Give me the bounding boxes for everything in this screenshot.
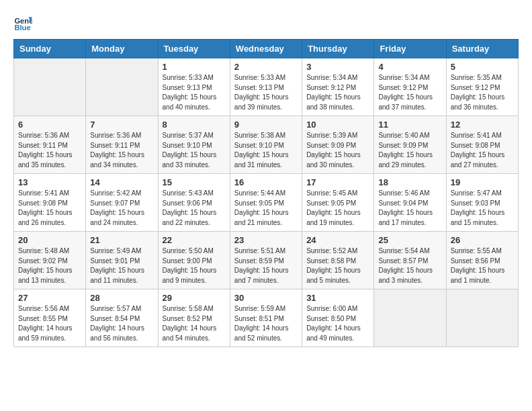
- day-number: 2: [234, 62, 298, 72]
- calendar-cell: 30Sunrise: 5:59 AM Sunset: 8:51 PM Dayli…: [230, 289, 302, 347]
- col-header-tuesday: Tuesday: [158, 40, 230, 58]
- day-info: Sunrise: 5:41 AM Sunset: 9:08 PM Dayligh…: [451, 131, 514, 170]
- col-header-wednesday: Wednesday: [230, 40, 302, 58]
- day-number: 30: [234, 293, 298, 303]
- day-number: 13: [18, 177, 81, 187]
- logo: General Blue: [13, 13, 35, 32]
- svg-text:Blue: Blue: [14, 24, 30, 32]
- day-number: 25: [378, 235, 441, 245]
- col-header-thursday: Thursday: [302, 40, 374, 58]
- calendar-cell: 11Sunrise: 5:40 AM Sunset: 9:09 PM Dayli…: [374, 116, 446, 174]
- calendar-cell: 9Sunrise: 5:38 AM Sunset: 9:10 PM Daylig…: [230, 116, 302, 174]
- day-number: 9: [234, 120, 298, 130]
- logo-icon: General Blue: [13, 13, 32, 32]
- page-header: General Blue: [13, 13, 519, 32]
- calendar-cell: 22Sunrise: 5:50 AM Sunset: 9:00 PM Dayli…: [158, 232, 230, 289]
- calendar-cell: [374, 289, 446, 347]
- day-info: Sunrise: 5:33 AM Sunset: 9:13 PM Dayligh…: [163, 73, 226, 112]
- day-number: 27: [18, 293, 81, 303]
- day-number: 4: [378, 62, 441, 72]
- day-number: 29: [163, 293, 226, 303]
- day-info: Sunrise: 5:35 AM Sunset: 9:12 PM Dayligh…: [451, 73, 514, 112]
- calendar-cell: 18Sunrise: 5:46 AM Sunset: 9:04 PM Dayli…: [374, 174, 446, 232]
- day-info: Sunrise: 5:36 AM Sunset: 9:11 PM Dayligh…: [90, 131, 153, 170]
- day-info: Sunrise: 5:51 AM Sunset: 8:59 PM Dayligh…: [234, 246, 298, 285]
- calendar-cell: 24Sunrise: 5:52 AM Sunset: 8:58 PM Dayli…: [302, 232, 374, 289]
- calendar-cell: 21Sunrise: 5:49 AM Sunset: 9:01 PM Dayli…: [86, 232, 158, 289]
- day-info: Sunrise: 5:49 AM Sunset: 9:01 PM Dayligh…: [90, 246, 153, 285]
- calendar-cell: 7Sunrise: 5:36 AM Sunset: 9:11 PM Daylig…: [86, 116, 158, 174]
- calendar-cell: 13Sunrise: 5:41 AM Sunset: 9:08 PM Dayli…: [14, 174, 86, 232]
- day-info: Sunrise: 5:47 AM Sunset: 9:03 PM Dayligh…: [451, 189, 514, 228]
- calendar-cell: [14, 58, 86, 116]
- day-number: 14: [90, 177, 153, 187]
- day-info: Sunrise: 5:37 AM Sunset: 9:10 PM Dayligh…: [163, 131, 226, 170]
- calendar-cell: 8Sunrise: 5:37 AM Sunset: 9:10 PM Daylig…: [158, 116, 230, 174]
- day-number: 7: [90, 120, 153, 130]
- day-number: 10: [306, 120, 369, 130]
- calendar-cell: 28Sunrise: 5:57 AM Sunset: 8:54 PM Dayli…: [86, 289, 158, 347]
- calendar-week-row: 20Sunrise: 5:48 AM Sunset: 9:02 PM Dayli…: [14, 232, 519, 289]
- day-number: 26: [451, 235, 514, 245]
- day-info: Sunrise: 5:41 AM Sunset: 9:08 PM Dayligh…: [18, 189, 81, 228]
- day-number: 11: [378, 120, 441, 130]
- calendar-cell: 14Sunrise: 5:42 AM Sunset: 9:07 PM Dayli…: [86, 174, 158, 232]
- calendar-cell: 23Sunrise: 5:51 AM Sunset: 8:59 PM Dayli…: [230, 232, 302, 289]
- col-header-friday: Friday: [374, 40, 446, 58]
- day-number: 8: [163, 120, 226, 130]
- col-header-monday: Monday: [86, 40, 158, 58]
- day-info: Sunrise: 5:52 AM Sunset: 8:58 PM Dayligh…: [306, 246, 369, 285]
- day-info: Sunrise: 5:34 AM Sunset: 9:12 PM Dayligh…: [378, 73, 441, 112]
- day-info: Sunrise: 5:40 AM Sunset: 9:09 PM Dayligh…: [378, 131, 441, 170]
- calendar-header-row: SundayMondayTuesdayWednesdayThursdayFrid…: [14, 40, 519, 58]
- day-info: Sunrise: 5:56 AM Sunset: 8:55 PM Dayligh…: [18, 304, 81, 343]
- col-header-saturday: Saturday: [446, 40, 518, 58]
- day-number: 17: [306, 177, 369, 187]
- day-number: 20: [18, 235, 81, 245]
- day-number: 5: [451, 62, 514, 72]
- calendar-table: SundayMondayTuesdayWednesdayThursdayFrid…: [13, 39, 519, 347]
- day-number: 28: [90, 293, 153, 303]
- day-number: 15: [163, 177, 226, 187]
- calendar-cell: 15Sunrise: 5:43 AM Sunset: 9:06 PM Dayli…: [158, 174, 230, 232]
- col-header-sunday: Sunday: [14, 40, 86, 58]
- calendar-week-row: 6Sunrise: 5:36 AM Sunset: 9:11 PM Daylig…: [14, 116, 519, 174]
- day-number: 22: [163, 235, 226, 245]
- calendar-week-row: 1Sunrise: 5:33 AM Sunset: 9:13 PM Daylig…: [14, 58, 519, 116]
- day-number: 31: [306, 293, 369, 303]
- calendar-cell: 29Sunrise: 5:58 AM Sunset: 8:52 PM Dayli…: [158, 289, 230, 347]
- calendar-cell: 10Sunrise: 5:39 AM Sunset: 9:09 PM Dayli…: [302, 116, 374, 174]
- day-info: Sunrise: 5:54 AM Sunset: 8:57 PM Dayligh…: [378, 246, 441, 285]
- day-info: Sunrise: 5:45 AM Sunset: 9:05 PM Dayligh…: [306, 189, 369, 228]
- calendar-cell: 2Sunrise: 5:33 AM Sunset: 9:13 PM Daylig…: [230, 58, 302, 116]
- calendar-cell: 27Sunrise: 5:56 AM Sunset: 8:55 PM Dayli…: [14, 289, 86, 347]
- calendar-cell: [86, 58, 158, 116]
- day-number: 6: [18, 120, 81, 130]
- day-info: Sunrise: 5:59 AM Sunset: 8:51 PM Dayligh…: [234, 304, 298, 343]
- calendar-cell: 17Sunrise: 5:45 AM Sunset: 9:05 PM Dayli…: [302, 174, 374, 232]
- day-info: Sunrise: 5:42 AM Sunset: 9:07 PM Dayligh…: [90, 189, 153, 228]
- day-info: Sunrise: 5:57 AM Sunset: 8:54 PM Dayligh…: [90, 304, 153, 343]
- calendar-cell: 20Sunrise: 5:48 AM Sunset: 9:02 PM Dayli…: [14, 232, 86, 289]
- day-info: Sunrise: 5:55 AM Sunset: 8:56 PM Dayligh…: [451, 246, 514, 285]
- day-info: Sunrise: 5:33 AM Sunset: 9:13 PM Dayligh…: [234, 73, 298, 112]
- calendar-week-row: 13Sunrise: 5:41 AM Sunset: 9:08 PM Dayli…: [14, 174, 519, 232]
- day-number: 21: [90, 235, 153, 245]
- calendar-cell: 31Sunrise: 6:00 AM Sunset: 8:50 PM Dayli…: [302, 289, 374, 347]
- day-info: Sunrise: 5:58 AM Sunset: 8:52 PM Dayligh…: [163, 304, 226, 343]
- day-info: Sunrise: 5:34 AM Sunset: 9:12 PM Dayligh…: [306, 73, 369, 112]
- day-info: Sunrise: 5:39 AM Sunset: 9:09 PM Dayligh…: [306, 131, 369, 170]
- day-number: 12: [451, 120, 514, 130]
- day-info: Sunrise: 5:50 AM Sunset: 9:00 PM Dayligh…: [163, 246, 226, 285]
- day-number: 24: [306, 235, 369, 245]
- day-number: 23: [234, 235, 298, 245]
- day-number: 16: [234, 177, 298, 187]
- day-number: 1: [163, 62, 226, 72]
- calendar-cell: 19Sunrise: 5:47 AM Sunset: 9:03 PM Dayli…: [446, 174, 518, 232]
- calendar-week-row: 27Sunrise: 5:56 AM Sunset: 8:55 PM Dayli…: [14, 289, 519, 347]
- day-number: 19: [451, 177, 514, 187]
- calendar-cell: 5Sunrise: 5:35 AM Sunset: 9:12 PM Daylig…: [446, 58, 518, 116]
- calendar-cell: 26Sunrise: 5:55 AM Sunset: 8:56 PM Dayli…: [446, 232, 518, 289]
- calendar-cell: 1Sunrise: 5:33 AM Sunset: 9:13 PM Daylig…: [158, 58, 230, 116]
- calendar-cell: 12Sunrise: 5:41 AM Sunset: 9:08 PM Dayli…: [446, 116, 518, 174]
